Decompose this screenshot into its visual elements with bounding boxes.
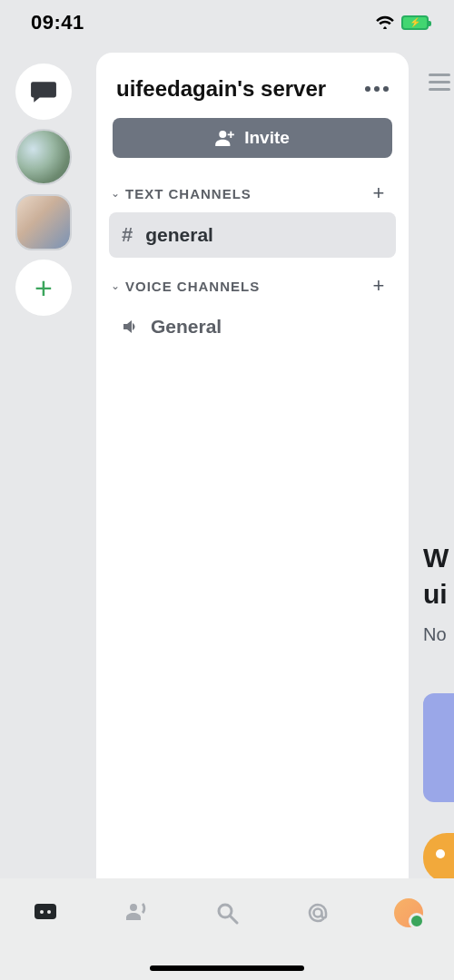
tab-home[interactable] bbox=[18, 895, 73, 931]
tab-search[interactable] bbox=[200, 895, 254, 931]
svg-point-1 bbox=[40, 910, 44, 914]
peek-card[interactable] bbox=[423, 693, 454, 802]
server-avatar-2[interactable] bbox=[15, 194, 72, 250]
speaker-icon bbox=[122, 318, 138, 335]
svg-point-2 bbox=[47, 910, 51, 914]
chevron-down-icon: ⌄ bbox=[109, 187, 122, 200]
tab-bar bbox=[0, 878, 454, 980]
status-time: 09:41 bbox=[31, 11, 84, 34]
wifi-icon bbox=[376, 15, 394, 30]
peek-text: W ui No bbox=[423, 543, 449, 645]
status-bar: 09:41 ⚡ bbox=[0, 0, 454, 45]
add-server-button[interactable]: + bbox=[15, 260, 72, 316]
server-avatar-2-image bbox=[17, 196, 70, 249]
tab-profile[interactable] bbox=[381, 895, 436, 931]
waving-person-icon bbox=[123, 899, 150, 926]
person-add-icon bbox=[215, 130, 235, 146]
speech-bubble-icon bbox=[30, 80, 57, 103]
add-text-channel-button[interactable]: + bbox=[367, 181, 390, 205]
svg-line-4 bbox=[231, 916, 237, 923]
text-channels-section: ⌄ TEXT CHANNELS + # general bbox=[96, 158, 409, 258]
server-rail: + bbox=[0, 53, 87, 878]
svg-point-3 bbox=[219, 905, 232, 917]
tab-mentions[interactable] bbox=[291, 895, 345, 931]
server-menu-button[interactable] bbox=[365, 86, 389, 92]
server-title[interactable]: uifeedagain's server bbox=[116, 76, 326, 102]
tab-friends[interactable] bbox=[109, 895, 163, 931]
server-avatar-1[interactable] bbox=[15, 129, 72, 185]
add-voice-channel-button[interactable]: + bbox=[367, 274, 390, 298]
charging-bolt-icon: ⚡ bbox=[410, 18, 420, 27]
hamburger-icon bbox=[429, 74, 450, 91]
channel-name: general bbox=[145, 224, 213, 246]
battery-icon: ⚡ bbox=[401, 15, 429, 30]
plus-icon: + bbox=[35, 272, 53, 303]
svg-rect-0 bbox=[35, 904, 56, 919]
voice-channels-label: VOICE CHANNELS bbox=[125, 279, 260, 294]
panel-header: uifeedagain's server bbox=[96, 53, 409, 118]
text-channels-header[interactable]: ⌄ TEXT CHANNELS + bbox=[109, 181, 396, 212]
at-icon bbox=[304, 899, 331, 926]
invite-button[interactable]: Invite bbox=[113, 118, 392, 158]
channel-name: General bbox=[151, 316, 222, 338]
voice-channels-section: ⌄ VOICE CHANNELS + General bbox=[96, 258, 409, 348]
voice-channels-header[interactable]: ⌄ VOICE CHANNELS + bbox=[109, 274, 396, 305]
search-icon bbox=[213, 899, 241, 926]
voice-channel-general[interactable]: General bbox=[109, 305, 396, 348]
invite-button-label: Invite bbox=[244, 128, 290, 148]
text-channel-general[interactable]: # general bbox=[109, 212, 396, 258]
peek-bot-avatar[interactable] bbox=[423, 833, 454, 882]
channel-list-panel: uifeedagain's server Invite ⌄ TEXT CHANN… bbox=[96, 53, 409, 878]
chevron-down-icon: ⌄ bbox=[109, 279, 122, 292]
hash-icon: # bbox=[122, 223, 133, 247]
text-channels-label: TEXT CHANNELS bbox=[125, 186, 252, 201]
discord-logo-icon bbox=[32, 899, 59, 926]
peek-panel[interactable]: W ui No bbox=[418, 53, 454, 878]
profile-avatar bbox=[394, 898, 423, 927]
home-indicator[interactable] bbox=[150, 965, 304, 971]
direct-messages-button[interactable] bbox=[15, 64, 72, 120]
peek-header[interactable] bbox=[421, 53, 454, 111]
status-icons: ⚡ bbox=[376, 15, 429, 30]
